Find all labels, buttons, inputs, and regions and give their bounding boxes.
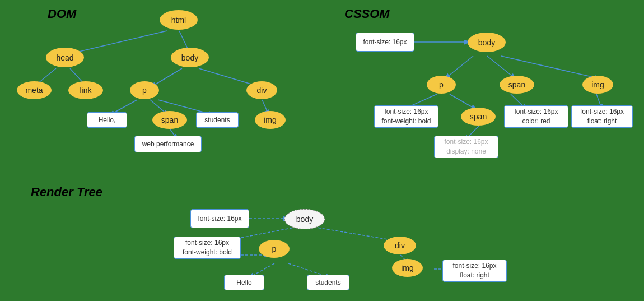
- dom-title: DOM: [48, 7, 76, 21]
- dom-body-node: body: [171, 48, 209, 67]
- svg-line-14: [501, 56, 599, 78]
- svg-line-16: [450, 94, 476, 109]
- dom-head-node: head: [46, 48, 84, 67]
- cssom-span-inner-node: span: [461, 108, 496, 126]
- render-students-node: students: [307, 275, 349, 290]
- render-hello-node: Hello: [224, 275, 264, 290]
- cssom-body-node: body: [468, 33, 506, 52]
- dom-span-node: span: [152, 111, 187, 129]
- render-fontsize-p-box: font-size: 16px font-weight: bold: [174, 237, 241, 259]
- dom-link-node: link: [68, 81, 103, 99]
- dom-p-node: p: [130, 81, 159, 99]
- dom-html-node: html: [160, 10, 198, 30]
- svg-line-22: [314, 227, 398, 241]
- section-divider: [14, 177, 630, 177]
- dom-web-performance-node: web performance: [134, 136, 202, 152]
- render-tree-title: Render Tree: [31, 185, 102, 200]
- dom-students-node: students: [196, 112, 239, 128]
- dom-hello-node: Hello,: [87, 112, 127, 128]
- svg-line-13: [487, 56, 515, 78]
- dom-meta-node: meta: [17, 81, 52, 99]
- cssom-title: CSSOM: [344, 7, 390, 21]
- cssom-fontsize-p-box: font-size: 16px font-weight: bold: [374, 105, 438, 128]
- svg-line-12: [445, 56, 473, 78]
- cssom-fontsize-body-box: font-size: 16px: [356, 33, 414, 52]
- cssom-img-node: img: [582, 76, 613, 94]
- render-fontsize-img-box: font-size: 16px float: right: [442, 260, 507, 282]
- cssom-p-node: p: [427, 76, 456, 94]
- cssom-fontsize-span-inner-box: font-size: 16px display: none: [434, 136, 498, 158]
- connector-lines: [0, 0, 644, 301]
- render-div-node: div: [384, 237, 416, 254]
- dom-div-node: div: [246, 81, 277, 99]
- render-body-node: body: [284, 209, 325, 229]
- render-img-node: img: [392, 259, 423, 277]
- render-p-node: p: [259, 240, 290, 258]
- cssom-fontsize-span-box: font-size: 16px color: red: [504, 105, 568, 128]
- cssom-span-top-node: span: [500, 76, 534, 94]
- diagram-container: DOM html head body meta link p div Hello…: [0, 0, 644, 301]
- render-fontsize-body-box: font-size: 16px: [190, 209, 249, 228]
- svg-line-0: [67, 31, 167, 54]
- dom-img-node: img: [255, 111, 286, 129]
- cssom-fontsize-img-box: font-size: 16px float: right: [571, 105, 633, 128]
